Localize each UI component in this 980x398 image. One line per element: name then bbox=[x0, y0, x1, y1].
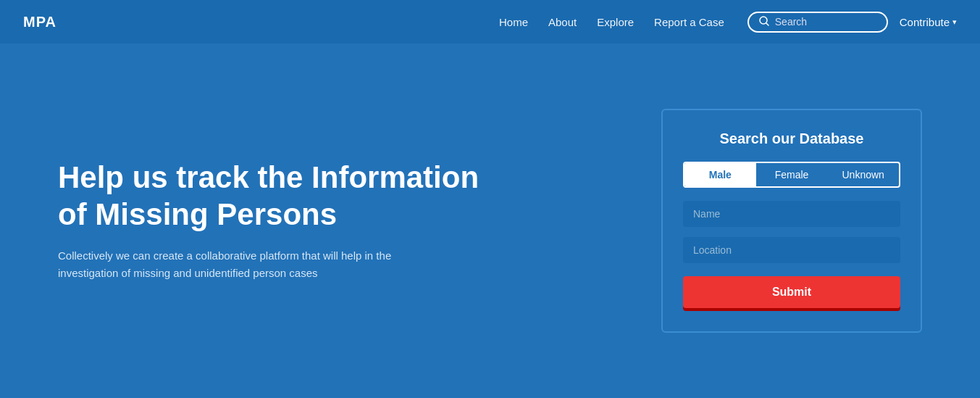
svg-line-1 bbox=[766, 23, 768, 25]
contribute-label: Contribute bbox=[900, 16, 950, 28]
nav-home[interactable]: Home bbox=[499, 16, 528, 28]
gender-tabs: Male Female Unknown bbox=[683, 162, 900, 188]
brand-logo[interactable]: MPA bbox=[23, 14, 56, 30]
search-card-title: Search our Database bbox=[683, 130, 900, 147]
nav-links: Home About Explore Report a Case bbox=[499, 16, 724, 28]
nav-explore[interactable]: Explore bbox=[597, 16, 634, 28]
submit-button[interactable]: Submit bbox=[683, 276, 900, 308]
nav-report-case[interactable]: Report a Case bbox=[654, 16, 724, 28]
name-input[interactable] bbox=[683, 201, 900, 227]
search-card: Search our Database Male Female Unknown … bbox=[661, 109, 922, 333]
search-input[interactable] bbox=[775, 16, 876, 28]
location-input[interactable] bbox=[683, 237, 900, 263]
search-icon bbox=[759, 16, 769, 28]
gender-tab-male[interactable]: Male bbox=[684, 163, 756, 186]
chevron-down-icon: ▾ bbox=[952, 17, 957, 27]
gender-tab-unknown[interactable]: Unknown bbox=[827, 163, 899, 186]
navbar: MPA Home About Explore Report a Case Con… bbox=[0, 0, 980, 43]
gender-tab-female[interactable]: Female bbox=[756, 163, 828, 186]
navbar-right: Contribute ▾ bbox=[747, 12, 957, 33]
nav-about[interactable]: About bbox=[548, 16, 577, 28]
hero-text: Help us track the Information of Missing… bbox=[58, 159, 507, 282]
hero-title: Help us track the Information of Missing… bbox=[58, 159, 507, 233]
hero-section: Help us track the Information of Missing… bbox=[0, 43, 980, 398]
contribute-button[interactable]: Contribute ▾ bbox=[900, 16, 957, 28]
hero-subtitle: Collectively we can create a collaborati… bbox=[58, 247, 420, 282]
search-box[interactable] bbox=[747, 12, 888, 33]
